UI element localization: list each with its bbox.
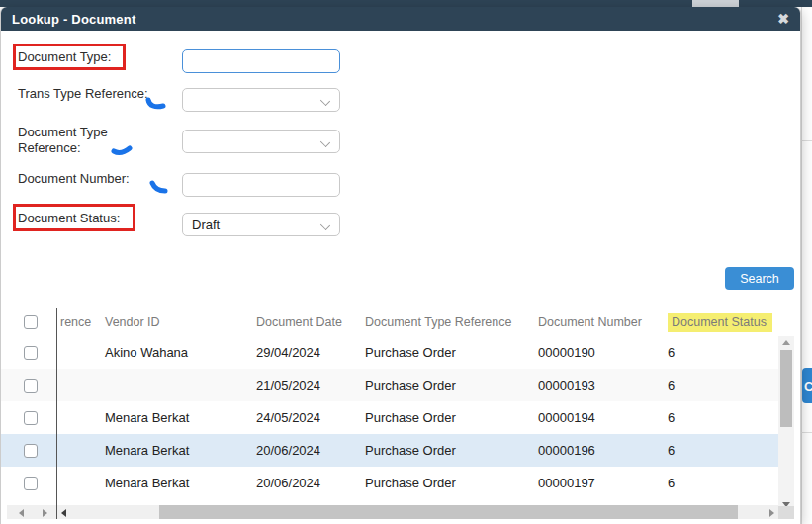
cell-document-type-reference: Purchase Order xyxy=(361,443,534,458)
document-status-value: Draft xyxy=(192,218,220,232)
cell-document-date: 21/05/2024 xyxy=(252,378,361,393)
table-row-selected[interactable]: Menara Berkat 20/06/2024 Purchase Order … xyxy=(1,434,778,467)
dialog-titlebar: Lookup - Document ✖ xyxy=(1,7,800,31)
cell-document-number: 00000194 xyxy=(534,410,664,425)
vertical-scrollbar-thumb[interactable] xyxy=(780,350,792,427)
chevron-down-icon xyxy=(321,220,330,229)
document-number-input[interactable] xyxy=(182,173,340,197)
screen: C Lookup - Document ✖ Document Type: Tra… xyxy=(0,0,812,524)
frozen-pane-scrollbar[interactable] xyxy=(7,505,56,519)
row-checkbox[interactable] xyxy=(24,444,38,458)
row-checkbox[interactable] xyxy=(24,379,38,393)
annotation-pen-mark xyxy=(145,95,167,111)
cell-document-date: 20/06/2024 xyxy=(252,443,361,458)
scroll-left-icon[interactable] xyxy=(61,509,66,517)
close-icon[interactable]: ✖ xyxy=(777,12,789,26)
background-partial-button[interactable]: C xyxy=(802,368,812,403)
annotation-yellow-highlight: Document Status xyxy=(668,313,772,332)
lookup-document-dialog: Lookup - Document ✖ Document Type: Trans… xyxy=(0,7,801,524)
cell-vendor-id: Menara Berkat xyxy=(101,410,252,425)
background-top-bar xyxy=(0,0,812,7)
horizontal-scrollbar-strip xyxy=(1,505,794,519)
cell-document-status: 6 xyxy=(664,345,778,360)
results-table: rence Vendor ID Document Date Document T… xyxy=(1,308,800,524)
column-header-vendor-id[interactable]: Vendor ID xyxy=(101,315,252,329)
cell-document-number: 00000197 xyxy=(534,476,664,490)
document-type-input[interactable] xyxy=(182,49,340,73)
scroll-right-icon[interactable] xyxy=(43,509,47,517)
select-all-checkbox[interactable] xyxy=(24,315,38,329)
table-row[interactable]: 21/05/2024 Purchase Order 00000193 6 xyxy=(1,369,778,401)
cell-vendor-id: Menara Berkat xyxy=(101,443,252,458)
cell-document-status: 6 xyxy=(664,378,778,393)
cell-document-status: 6 xyxy=(664,443,778,458)
vertical-scrollbar[interactable] xyxy=(778,336,794,511)
column-header-reference-partial[interactable]: rence xyxy=(56,315,101,329)
annotation-red-box-document-status xyxy=(13,204,135,231)
row-checkbox[interactable] xyxy=(24,346,38,360)
cell-document-type-reference: Purchase Order xyxy=(361,476,534,490)
cell-document-date: 24/05/2024 xyxy=(252,410,361,425)
row-checkbox[interactable] xyxy=(24,477,38,490)
dialog-title: Lookup - Document xyxy=(12,12,135,27)
cell-document-number: 00000190 xyxy=(534,345,664,360)
annotation-red-box-document-type xyxy=(13,44,126,70)
scroll-right-icon[interactable] xyxy=(769,509,774,517)
annotation-pen-mark xyxy=(111,143,133,157)
cell-document-type-reference: Purchase Order xyxy=(361,410,534,425)
scroll-up-icon[interactable] xyxy=(782,340,790,345)
table-row[interactable]: Akino Wahana 29/04/2024 Purchase Order 0… xyxy=(1,336,778,369)
column-header-document-status[interactable]: Document Status xyxy=(664,313,778,332)
table-row[interactable]: Menara Berkat 20/06/2024 Purchase Order … xyxy=(1,467,778,499)
scroll-left-icon[interactable] xyxy=(19,509,24,517)
background-divider xyxy=(801,432,812,433)
row-checkbox[interactable] xyxy=(24,411,38,425)
background-top-bar-segment xyxy=(692,0,739,7)
background-page-strip xyxy=(801,7,812,524)
cell-vendor-id: Menara Berkat xyxy=(101,476,252,490)
horizontal-scrollbar-thumb[interactable] xyxy=(159,505,738,519)
annotation-pen-mark xyxy=(149,179,169,195)
cell-document-status: 6 xyxy=(664,476,778,490)
horizontal-scrollbar[interactable] xyxy=(57,505,778,519)
cell-document-date: 29/04/2024 xyxy=(252,345,361,360)
column-header-document-date[interactable]: Document Date xyxy=(252,315,361,329)
scrollbar-corner xyxy=(778,506,794,519)
column-header-document-number[interactable]: Document Number xyxy=(534,315,664,329)
cell-document-number: 00000193 xyxy=(534,378,664,393)
column-header-document-type-reference[interactable]: Document Type Reference xyxy=(361,315,534,329)
document-type-reference-select[interactable] xyxy=(182,130,340,153)
cell-document-date: 20/06/2024 xyxy=(252,476,361,490)
cell-document-number: 00000196 xyxy=(534,443,664,458)
document-status-select[interactable]: Draft xyxy=(182,213,340,236)
table-row[interactable]: Menara Berkat 24/05/2024 Purchase Order … xyxy=(1,401,778,434)
cell-vendor-id: Akino Wahana xyxy=(101,345,252,360)
search-button[interactable]: Search xyxy=(725,267,794,290)
cell-document-type-reference: Purchase Order xyxy=(361,378,534,393)
background-divider xyxy=(801,140,812,141)
chevron-down-icon xyxy=(321,137,330,146)
cell-document-type-reference: Purchase Order xyxy=(361,345,534,360)
trans-type-reference-select[interactable] xyxy=(182,88,340,112)
table-header-row: rence Vendor ID Document Date Document T… xyxy=(1,308,778,336)
frozen-column-divider xyxy=(56,308,57,519)
cell-document-status: 6 xyxy=(664,410,778,425)
chevron-down-icon xyxy=(321,96,330,105)
